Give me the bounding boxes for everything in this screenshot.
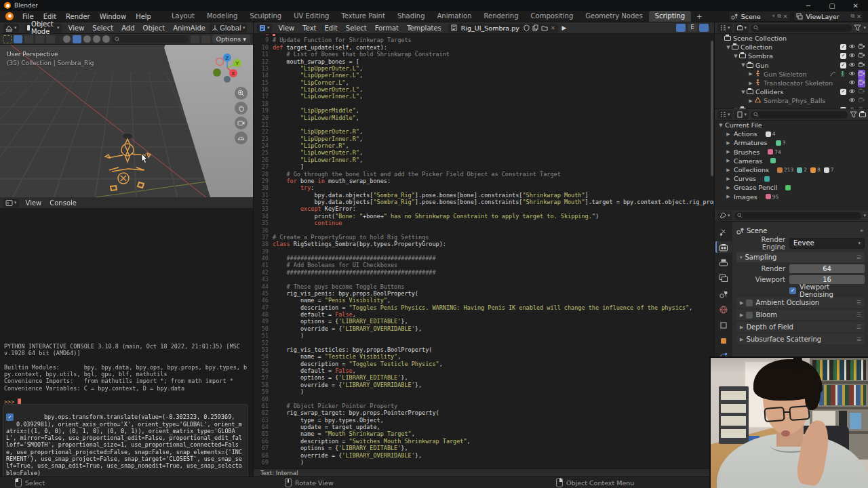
outliner-row[interactable]: ▶ Images 95: [715, 192, 868, 201]
viewlayer-selector[interactable]: ViewLayer ⧉ ✕: [793, 11, 864, 22]
word-wrap-toggle[interactable]: [699, 24, 709, 32]
code-line[interactable]: 48 default = False,: [254, 311, 714, 318]
mode-selector[interactable]: Object Mode ▾: [25, 24, 62, 33]
code-line[interactable]: 50 override = {'LIBRARY_OVERRIDABLE'},: [254, 325, 714, 332]
workspace-tab-animation[interactable]: Animation: [431, 11, 478, 22]
outliner-display-mode[interactable]: ▾: [717, 110, 732, 119]
outliner-row[interactable]: ▶ Curves: [715, 174, 868, 183]
sampling-panel-header[interactable]: ▾Sampling☰: [736, 252, 865, 262]
code-line[interactable]: 53 rig_vis_testicles: bpy.props.BoolProp…: [254, 346, 714, 353]
outliner-display-mode[interactable]: ▾: [717, 24, 732, 33]
code-line[interactable]: 68 override = {'LIBRARY_OVERRIDABLE'},: [254, 452, 714, 459]
outliner-row[interactable]: ▶ Gun Skeleton: [715, 70, 868, 79]
code-line[interactable]: 60: [254, 396, 714, 403]
code-line[interactable]: 47 description = "Toggles Penis Physics.…: [254, 304, 714, 311]
panel-ambient-occlusion[interactable]: ▶ Ambient Occlusion ☰: [736, 298, 865, 308]
select-mode-icon[interactable]: [24, 35, 33, 43]
line-numbers-toggle[interactable]: [676, 24, 686, 32]
unlink-icon[interactable]: ✕: [783, 14, 788, 20]
code-line[interactable]: 44 # These guys become Toggle Buttons: [254, 283, 714, 290]
navigation-gizmo[interactable]: Z Y X: [211, 52, 243, 84]
render-engine-dropdown[interactable]: Eevee▾: [789, 238, 865, 249]
viewport-menu-view[interactable]: View: [64, 24, 89, 32]
expand-arrow-icon[interactable]: ▶: [725, 194, 732, 199]
camera-restrict-icon[interactable]: [858, 61, 865, 70]
code-line[interactable]: 19 "LipUpperMiddle",: [254, 107, 714, 114]
code-area[interactable]: 89# Update Function for Shrinkwrap Targe…: [254, 34, 714, 468]
run-script-button[interactable]: ▶: [558, 24, 571, 31]
pin-icon[interactable]: ⌖: [860, 227, 865, 235]
properties-search[interactable]: [734, 212, 862, 220]
outliner-row[interactable]: ▶ Brushes 74: [715, 148, 868, 157]
proportional-falloff-icon[interactable]: [63, 35, 71, 43]
gizmo-toggle-icon[interactable]: [201, 35, 210, 43]
collection-checkbox[interactable]: ✓: [840, 53, 846, 59]
workspace-tab-compositing[interactable]: Compositing: [525, 11, 580, 22]
code-line[interactable]: 43: [254, 276, 714, 283]
outliner-filter-mode[interactable]: ▾: [734, 24, 749, 33]
code-line[interactable]: 17 "LipLowerInner.L",: [254, 93, 714, 100]
code-line[interactable]: 39: [254, 248, 714, 255]
code-line[interactable]: 27 ]: [254, 163, 714, 170]
texteditor-menu-edit[interactable]: Edit: [320, 24, 341, 32]
viewport-search[interactable]: [112, 35, 189, 43]
expand-arrow-icon[interactable]: ▼: [732, 54, 739, 59]
viewport-menu-animaide[interactable]: AnimAide: [169, 24, 210, 32]
code-line[interactable]: 52: [254, 340, 714, 346]
text-datablock-field[interactable]: Rig_UI_Sombra.py ✕: [448, 24, 558, 33]
zoom-button[interactable]: [235, 87, 248, 100]
hide-eye-icon[interactable]: [848, 61, 856, 70]
pan-hand-button[interactable]: [235, 102, 248, 115]
code-line[interactable]: 12 mouth_swrap_bones = [: [254, 58, 714, 65]
code-line[interactable]: 40 #####################################…: [254, 255, 714, 262]
sampling-value-field[interactable]: 64: [789, 264, 865, 273]
hide-eye-icon[interactable]: [848, 43, 856, 52]
outliner-row[interactable]: ▼ Colliders ✓: [715, 87, 868, 96]
add-workspace-button[interactable]: +: [691, 13, 707, 20]
code-line[interactable]: 41 # Add Booleans for UI Checkboxes: [254, 262, 714, 268]
select-mode-icon[interactable]: [35, 35, 44, 43]
code-line[interactable]: 45 rig_vis_penis: bpy.props.BoolProperty…: [254, 290, 714, 297]
expand-arrow-icon[interactable]: ▼: [740, 89, 747, 95]
menu-window[interactable]: Window: [95, 11, 131, 22]
texteditor-menu-format[interactable]: Format: [371, 24, 403, 32]
camera-restrict-icon[interactable]: [858, 96, 865, 105]
outliner-row[interactable]: ▶ Sombra_Phys_Balls: [715, 96, 868, 105]
texteditor-menu-view[interactable]: View: [275, 24, 299, 32]
properties-tab-data[interactable]: [715, 335, 732, 346]
hide-eye-icon[interactable]: [848, 87, 856, 96]
camera-restrict-icon[interactable]: [858, 70, 865, 79]
code-line[interactable]: 63 type = bpy.types.Object,: [254, 417, 714, 424]
code-line[interactable]: 26 "LipLowerInner.R",: [254, 157, 714, 163]
unlink-icon[interactable]: ✕: [856, 14, 861, 20]
code-line[interactable]: 35 continue: [254, 220, 714, 226]
collection-checkbox[interactable]: ✓: [840, 62, 846, 68]
code-line[interactable]: 69 ): [254, 459, 714, 466]
close-button[interactable]: ✕: [853, 2, 859, 9]
unlink-icon[interactable]: ✕: [551, 25, 555, 31]
outliner-search[interactable]: [751, 111, 848, 119]
select-box-icon[interactable]: [14, 35, 22, 43]
expand-arrow-icon[interactable]: ▶: [747, 81, 754, 86]
code-line[interactable]: 62 rig_swrap_target: bpy.props.PointerPr…: [254, 409, 714, 416]
code-line[interactable]: 51 ): [254, 332, 714, 339]
collection-checkbox[interactable]: ✓: [840, 44, 846, 50]
code-line[interactable]: 46 name = "Penis Visibility",: [254, 297, 714, 304]
workspace-tab-rendering[interactable]: Rendering: [477, 11, 524, 22]
camera-restrict-icon[interactable]: [858, 79, 865, 87]
workspace-tab-sculpting[interactable]: Sculpting: [243, 11, 288, 22]
workspace-tab-texture-paint[interactable]: Texture Paint: [335, 11, 391, 22]
texteditor-menu-text[interactable]: Text: [298, 24, 320, 32]
camera-view-button[interactable]: [235, 117, 248, 129]
expand-arrow-icon[interactable]: ▶: [725, 176, 732, 182]
syntax-highlight-toggle[interactable]: E: [688, 24, 697, 32]
pin-icon[interactable]: ⌖: [772, 13, 776, 20]
filter-funnel-icon[interactable]: [850, 111, 857, 118]
workspace-tab-scripting[interactable]: Scripting: [649, 11, 691, 22]
outliner-row[interactable]: ▼ Gun ✓: [715, 61, 868, 70]
hide-eye-icon[interactable]: [848, 79, 856, 87]
viewport-menu-select[interactable]: Select: [88, 24, 117, 32]
select-mode-icon[interactable]: [46, 35, 55, 43]
code-line[interactable]: 9# Update Function for Shrinkwrap Target…: [254, 37, 714, 43]
camera-restrict-icon[interactable]: [858, 43, 865, 52]
